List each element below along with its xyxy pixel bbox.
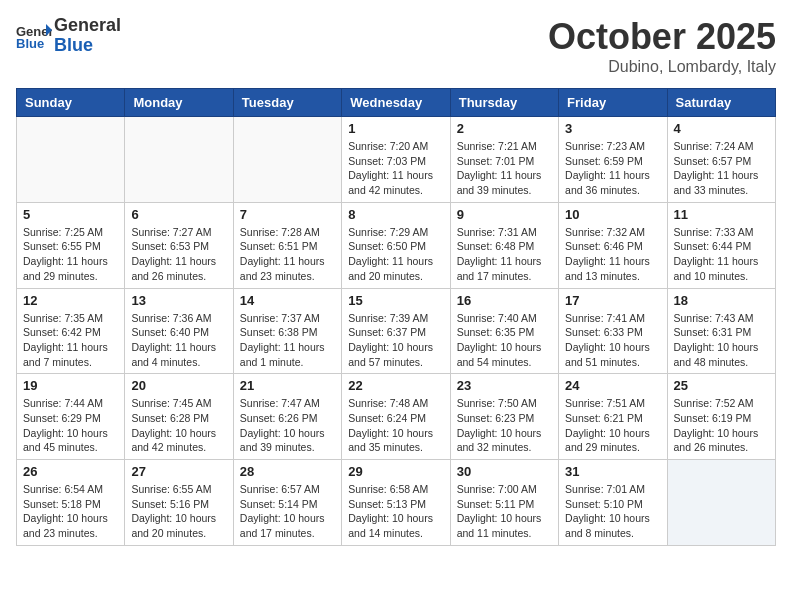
calendar-day-cell [667, 460, 775, 546]
day-info: Sunrise: 7:51 AMSunset: 6:21 PMDaylight:… [565, 396, 660, 455]
calendar-day-cell: 6Sunrise: 7:27 AMSunset: 6:53 PMDaylight… [125, 202, 233, 288]
day-number: 20 [131, 378, 226, 393]
calendar-day-cell: 2Sunrise: 7:21 AMSunset: 7:01 PMDaylight… [450, 117, 558, 203]
day-info: Sunrise: 7:45 AMSunset: 6:28 PMDaylight:… [131, 396, 226, 455]
title-block: October 2025 Dubino, Lombardy, Italy [548, 16, 776, 76]
day-number: 27 [131, 464, 226, 479]
calendar-day-cell: 15Sunrise: 7:39 AMSunset: 6:37 PMDayligh… [342, 288, 450, 374]
logo-icon: General Blue [16, 22, 52, 50]
day-number: 24 [565, 378, 660, 393]
day-number: 6 [131, 207, 226, 222]
calendar-day-cell: 26Sunrise: 6:54 AMSunset: 5:18 PMDayligh… [17, 460, 125, 546]
day-number: 28 [240, 464, 335, 479]
day-info: Sunrise: 7:43 AMSunset: 6:31 PMDaylight:… [674, 311, 769, 370]
location: Dubino, Lombardy, Italy [548, 58, 776, 76]
calendar-day-cell: 23Sunrise: 7:50 AMSunset: 6:23 PMDayligh… [450, 374, 558, 460]
calendar-day-cell: 18Sunrise: 7:43 AMSunset: 6:31 PMDayligh… [667, 288, 775, 374]
day-info: Sunrise: 7:48 AMSunset: 6:24 PMDaylight:… [348, 396, 443, 455]
month-title: October 2025 [548, 16, 776, 58]
weekday-header: Saturday [667, 89, 775, 117]
day-info: Sunrise: 7:01 AMSunset: 5:10 PMDaylight:… [565, 482, 660, 541]
day-number: 2 [457, 121, 552, 136]
day-number: 21 [240, 378, 335, 393]
day-info: Sunrise: 7:23 AMSunset: 6:59 PMDaylight:… [565, 139, 660, 198]
calendar-day-cell: 5Sunrise: 7:25 AMSunset: 6:55 PMDaylight… [17, 202, 125, 288]
calendar-table: SundayMondayTuesdayWednesdayThursdayFrid… [16, 88, 776, 546]
calendar-day-cell: 3Sunrise: 7:23 AMSunset: 6:59 PMDaylight… [559, 117, 667, 203]
day-info: Sunrise: 6:54 AMSunset: 5:18 PMDaylight:… [23, 482, 118, 541]
calendar-day-cell [17, 117, 125, 203]
day-info: Sunrise: 7:35 AMSunset: 6:42 PMDaylight:… [23, 311, 118, 370]
day-number: 29 [348, 464, 443, 479]
calendar-day-cell [125, 117, 233, 203]
weekday-header: Friday [559, 89, 667, 117]
svg-text:Blue: Blue [16, 36, 44, 50]
day-number: 15 [348, 293, 443, 308]
weekday-header: Wednesday [342, 89, 450, 117]
calendar-day-cell: 25Sunrise: 7:52 AMSunset: 6:19 PMDayligh… [667, 374, 775, 460]
weekday-header: Tuesday [233, 89, 341, 117]
logo: General Blue General Blue [16, 16, 121, 56]
day-info: Sunrise: 7:52 AMSunset: 6:19 PMDaylight:… [674, 396, 769, 455]
day-info: Sunrise: 7:28 AMSunset: 6:51 PMDaylight:… [240, 225, 335, 284]
day-info: Sunrise: 7:40 AMSunset: 6:35 PMDaylight:… [457, 311, 552, 370]
calendar-day-cell: 1Sunrise: 7:20 AMSunset: 7:03 PMDaylight… [342, 117, 450, 203]
calendar-week-row: 1Sunrise: 7:20 AMSunset: 7:03 PMDaylight… [17, 117, 776, 203]
day-number: 16 [457, 293, 552, 308]
calendar-week-row: 5Sunrise: 7:25 AMSunset: 6:55 PMDaylight… [17, 202, 776, 288]
day-number: 11 [674, 207, 769, 222]
day-number: 7 [240, 207, 335, 222]
day-info: Sunrise: 7:31 AMSunset: 6:48 PMDaylight:… [457, 225, 552, 284]
day-info: Sunrise: 7:32 AMSunset: 6:46 PMDaylight:… [565, 225, 660, 284]
calendar-day-cell: 21Sunrise: 7:47 AMSunset: 6:26 PMDayligh… [233, 374, 341, 460]
calendar-day-cell: 20Sunrise: 7:45 AMSunset: 6:28 PMDayligh… [125, 374, 233, 460]
day-number: 12 [23, 293, 118, 308]
calendar-day-cell: 7Sunrise: 7:28 AMSunset: 6:51 PMDaylight… [233, 202, 341, 288]
day-number: 10 [565, 207, 660, 222]
day-info: Sunrise: 7:25 AMSunset: 6:55 PMDaylight:… [23, 225, 118, 284]
day-number: 3 [565, 121, 660, 136]
day-info: Sunrise: 6:55 AMSunset: 5:16 PMDaylight:… [131, 482, 226, 541]
day-info: Sunrise: 7:27 AMSunset: 6:53 PMDaylight:… [131, 225, 226, 284]
page-header: General Blue General Blue October 2025 D… [16, 16, 776, 76]
calendar-day-cell: 22Sunrise: 7:48 AMSunset: 6:24 PMDayligh… [342, 374, 450, 460]
day-number: 23 [457, 378, 552, 393]
day-number: 18 [674, 293, 769, 308]
day-number: 13 [131, 293, 226, 308]
calendar-day-cell: 27Sunrise: 6:55 AMSunset: 5:16 PMDayligh… [125, 460, 233, 546]
calendar-week-row: 12Sunrise: 7:35 AMSunset: 6:42 PMDayligh… [17, 288, 776, 374]
day-info: Sunrise: 7:36 AMSunset: 6:40 PMDaylight:… [131, 311, 226, 370]
day-number: 17 [565, 293, 660, 308]
day-info: Sunrise: 7:20 AMSunset: 7:03 PMDaylight:… [348, 139, 443, 198]
day-info: Sunrise: 7:29 AMSunset: 6:50 PMDaylight:… [348, 225, 443, 284]
day-number: 25 [674, 378, 769, 393]
calendar-day-cell: 30Sunrise: 7:00 AMSunset: 5:11 PMDayligh… [450, 460, 558, 546]
calendar-day-cell: 28Sunrise: 6:57 AMSunset: 5:14 PMDayligh… [233, 460, 341, 546]
day-info: Sunrise: 6:57 AMSunset: 5:14 PMDaylight:… [240, 482, 335, 541]
logo-general: General [54, 15, 121, 35]
day-number: 5 [23, 207, 118, 222]
day-info: Sunrise: 7:37 AMSunset: 6:38 PMDaylight:… [240, 311, 335, 370]
day-number: 8 [348, 207, 443, 222]
day-number: 4 [674, 121, 769, 136]
calendar-day-cell: 10Sunrise: 7:32 AMSunset: 6:46 PMDayligh… [559, 202, 667, 288]
day-info: Sunrise: 7:24 AMSunset: 6:57 PMDaylight:… [674, 139, 769, 198]
calendar-day-cell: 12Sunrise: 7:35 AMSunset: 6:42 PMDayligh… [17, 288, 125, 374]
calendar-day-cell: 29Sunrise: 6:58 AMSunset: 5:13 PMDayligh… [342, 460, 450, 546]
day-info: Sunrise: 6:58 AMSunset: 5:13 PMDaylight:… [348, 482, 443, 541]
day-info: Sunrise: 7:39 AMSunset: 6:37 PMDaylight:… [348, 311, 443, 370]
day-info: Sunrise: 7:00 AMSunset: 5:11 PMDaylight:… [457, 482, 552, 541]
day-info: Sunrise: 7:50 AMSunset: 6:23 PMDaylight:… [457, 396, 552, 455]
day-number: 22 [348, 378, 443, 393]
day-info: Sunrise: 7:47 AMSunset: 6:26 PMDaylight:… [240, 396, 335, 455]
day-info: Sunrise: 7:41 AMSunset: 6:33 PMDaylight:… [565, 311, 660, 370]
day-number: 14 [240, 293, 335, 308]
logo-blue: Blue [54, 35, 93, 55]
calendar-day-cell: 14Sunrise: 7:37 AMSunset: 6:38 PMDayligh… [233, 288, 341, 374]
day-number: 26 [23, 464, 118, 479]
calendar-day-cell: 19Sunrise: 7:44 AMSunset: 6:29 PMDayligh… [17, 374, 125, 460]
calendar-day-cell: 8Sunrise: 7:29 AMSunset: 6:50 PMDaylight… [342, 202, 450, 288]
day-number: 31 [565, 464, 660, 479]
weekday-header: Sunday [17, 89, 125, 117]
calendar-day-cell [233, 117, 341, 203]
